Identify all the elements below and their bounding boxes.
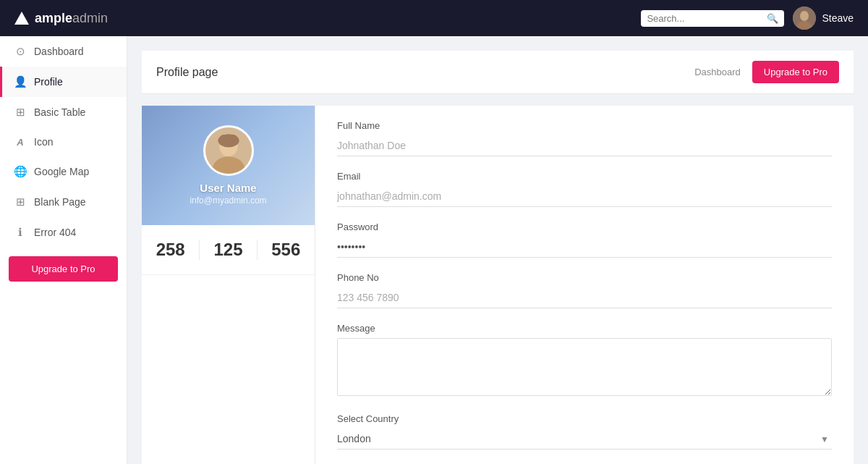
full-name-label: Full Name — [337, 120, 832, 131]
svg-point-1 — [800, 11, 809, 21]
profile-username: User Name — [200, 182, 256, 194]
country-select[interactable]: London New York Paris Tokyo Sydney — [337, 429, 832, 450]
sidebar-item-label: Basic Table — [34, 106, 85, 118]
table-icon: ⊞ — [14, 106, 27, 119]
search-input[interactable] — [647, 13, 762, 24]
phone-label: Phone No — [337, 272, 832, 283]
sidebar-item-error-404[interactable]: ℹ Error 404 — [0, 217, 127, 248]
message-label: Message — [337, 323, 832, 334]
breadcrumb-home: Dashboard — [694, 67, 741, 77]
svg-point-7 — [220, 135, 228, 141]
stat-1: 258 — [156, 240, 185, 260]
search-box[interactable]: 🔍 — [641, 10, 784, 27]
breadcrumb: Dashboard — [694, 67, 741, 77]
stat-3: 556 — [271, 240, 300, 260]
brand-name: ampleadmin — [35, 11, 108, 26]
email-input[interactable] — [337, 186, 832, 207]
sidebar-item-blank-page[interactable]: ⊞ Blank Page — [0, 187, 127, 217]
country-group: Select Country London New York Paris Tok… — [337, 413, 832, 450]
country-select-wrapper: London New York Paris Tokyo Sydney ▼ — [337, 429, 832, 450]
error-icon: ℹ — [14, 226, 27, 239]
search-icon: 🔍 — [767, 13, 778, 24]
sidebar-upgrade-button[interactable]: Upgrade to Pro — [9, 256, 118, 282]
main-content: Profile page Dashboard Upgrade to Pro — [127, 36, 868, 464]
brand-logo-icon — [14, 12, 29, 25]
page-title: Profile page — [156, 66, 218, 79]
sidebar-item-icon[interactable]: A Icon — [0, 127, 127, 156]
profile-stats: 258 125 556 — [142, 225, 315, 275]
page-header-right: Dashboard Upgrade to Pro — [694, 61, 839, 83]
sidebar-item-profile[interactable]: 👤 Profile — [0, 67, 127, 97]
stat-separator-2 — [257, 240, 258, 260]
topnav-right: 🔍 Steave — [641, 7, 854, 30]
svg-point-8 — [229, 135, 237, 141]
country-label: Select Country — [337, 413, 832, 424]
blank-icon: ⊞ — [14, 195, 27, 208]
sidebar-item-label: Error 404 — [34, 227, 76, 238]
email-label: Email — [337, 171, 832, 182]
sidebar: ⊙ Dashboard 👤 Profile ⊞ Basic Table A Ic… — [0, 36, 127, 464]
avatar — [793, 7, 816, 30]
password-label: Password — [337, 222, 832, 232]
profile-icon: 👤 — [14, 75, 27, 88]
stat-value-2: 125 — [213, 240, 242, 260]
message-group: Message — [337, 323, 832, 399]
map-icon: 🌐 — [14, 165, 27, 178]
profile-section: User Name info@myadmin.com 258 125 556 — [142, 106, 854, 464]
brand: ampleadmin — [14, 11, 108, 26]
sidebar-item-label: Dashboard — [34, 46, 84, 57]
sidebar-item-label: Icon — [34, 136, 53, 148]
stat-2: 125 — [213, 240, 242, 260]
full-name-input[interactable] — [337, 135, 832, 156]
user-info: Steave — [793, 7, 854, 30]
phone-group: Phone No — [337, 272, 832, 308]
page-header: Profile page Dashboard Upgrade to Pro — [142, 51, 854, 94]
profile-email-display: info@myadmin.com — [190, 195, 266, 206]
user-name: Steave — [822, 12, 854, 24]
profile-avatar — [203, 125, 254, 176]
full-name-group: Full Name — [337, 120, 832, 156]
upgrade-pro-button[interactable]: Upgrade to Pro — [752, 61, 839, 83]
sidebar-item-label: Profile — [34, 76, 63, 88]
stat-value-1: 258 — [156, 240, 185, 260]
stat-value-3: 556 — [271, 240, 300, 260]
topnav: ampleadmin 🔍 Steave — [0, 0, 868, 36]
sidebar-item-google-map[interactable]: 🌐 Google Map — [0, 156, 127, 187]
sidebar-item-label: Blank Page — [34, 196, 86, 208]
profile-banner: User Name info@myadmin.com — [142, 106, 315, 225]
icon-icon: A — [14, 137, 27, 148]
sidebar-item-label: Google Map — [34, 166, 89, 177]
phone-input[interactable] — [337, 287, 832, 308]
stat-separator-1 — [199, 240, 200, 260]
password-input[interactable] — [337, 237, 832, 258]
email-group: Email — [337, 171, 832, 207]
sidebar-item-dashboard[interactable]: ⊙ Dashboard — [0, 36, 127, 67]
sidebar-item-basic-table[interactable]: ⊞ Basic Table — [0, 97, 127, 127]
dashboard-icon: ⊙ — [14, 45, 27, 58]
password-group: Password — [337, 222, 832, 258]
profile-form: Full Name Email Password Phone No Messag… — [315, 106, 854, 464]
profile-card: User Name info@myadmin.com 258 125 556 — [142, 106, 315, 464]
message-textarea[interactable] — [337, 338, 832, 396]
